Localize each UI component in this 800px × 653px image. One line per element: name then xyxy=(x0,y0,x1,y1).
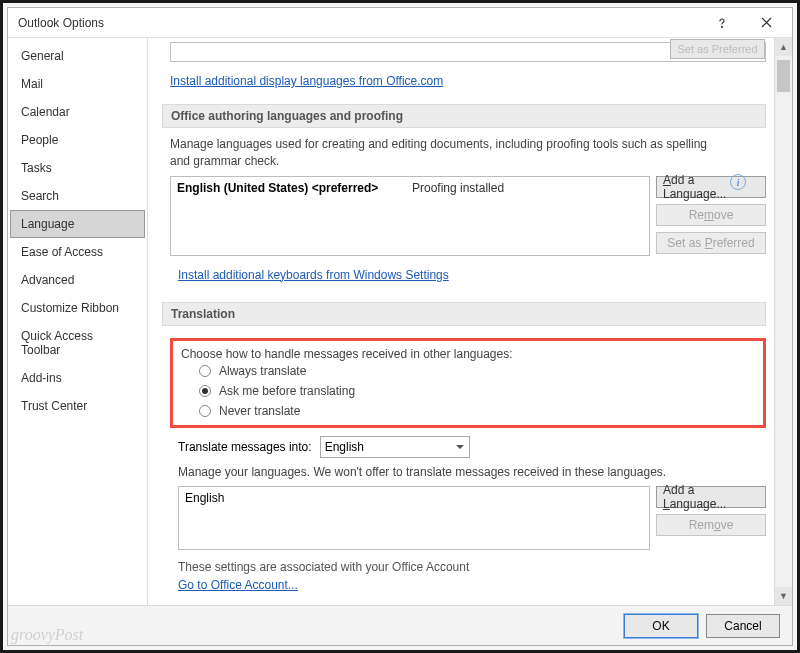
translation-options-highlight: Choose how to handle messages received i… xyxy=(170,338,766,428)
go-to-office-account-link[interactable]: Go to Office Account... xyxy=(178,578,298,592)
install-keyboards-link[interactable]: Install additional keyboards from Window… xyxy=(178,268,449,282)
sidebar-item-calendar[interactable]: Calendar xyxy=(10,98,145,126)
add-language-button[interactable]: Add a Language... xyxy=(656,176,766,198)
scroll-thumb[interactable] xyxy=(777,60,790,92)
options-dialog: Outlook Options General Mail Calendar Pe… xyxy=(7,7,793,646)
install-display-lang-link[interactable]: Install additional display languages fro… xyxy=(170,74,443,88)
sidebar-item-addins[interactable]: Add-ins xyxy=(10,364,145,392)
close-button[interactable] xyxy=(744,9,788,37)
radio-label: Ask me before translating xyxy=(219,384,355,398)
radio-icon xyxy=(199,405,211,417)
sidebar-item-general[interactable]: General xyxy=(10,42,145,70)
translation-choose-label: Choose how to handle messages received i… xyxy=(181,347,755,361)
remove-language-button: Remove xyxy=(656,204,766,226)
sidebar-item-advanced[interactable]: Advanced xyxy=(10,266,145,294)
radio-always-translate[interactable]: Always translate xyxy=(181,361,755,381)
ok-button[interactable]: OK xyxy=(624,614,698,638)
radio-ask-before[interactable]: Ask me before translating xyxy=(181,381,755,401)
sidebar-item-customize-ribbon[interactable]: Customize Ribbon xyxy=(10,294,145,322)
translation-footer-text: These settings are associated with your … xyxy=(178,560,766,574)
svg-point-0 xyxy=(721,26,722,27)
authoring-section-heading: Office authoring languages and proofing xyxy=(162,104,766,128)
translate-into-label: Translate messages into: xyxy=(178,440,312,454)
set-as-preferred-button-top: Set as Preferred xyxy=(670,39,765,59)
radio-never-translate[interactable]: Never translate xyxy=(181,401,755,421)
radio-icon xyxy=(199,365,211,377)
sidebar-item-ease-of-access[interactable]: Ease of Access xyxy=(10,238,145,266)
manage-languages-label: Manage your languages. We won't offer to… xyxy=(178,464,766,481)
translation-section-heading: Translation xyxy=(162,302,766,326)
scroll-down-arrow[interactable]: ▼ xyxy=(775,587,792,605)
sidebar-item-quick-access[interactable]: Quick Access Toolbar xyxy=(10,322,145,364)
titlebar: Outlook Options xyxy=(8,8,792,38)
add-translation-language-button[interactable]: Add a Language... xyxy=(656,486,766,508)
sidebar-item-search[interactable]: Search xyxy=(10,182,145,210)
info-icon[interactable]: i xyxy=(730,174,746,190)
translate-into-combo[interactable]: English xyxy=(320,436,470,458)
radio-icon xyxy=(199,385,211,397)
cancel-button[interactable]: Cancel xyxy=(706,614,780,638)
sidebar: General Mail Calendar People Tasks Searc… xyxy=(8,38,148,605)
language-name: English (United States) <preferred> xyxy=(177,181,412,195)
list-item[interactable]: English (United States) <preferred> Proo… xyxy=(177,181,643,195)
sidebar-item-people[interactable]: People xyxy=(10,126,145,154)
sidebar-item-language[interactable]: Language xyxy=(10,210,145,238)
sidebar-item-tasks[interactable]: Tasks xyxy=(10,154,145,182)
sidebar-item-trust-center[interactable]: Trust Center xyxy=(10,392,145,420)
help-button[interactable] xyxy=(700,9,744,37)
radio-label: Always translate xyxy=(219,364,306,378)
radio-label: Never translate xyxy=(219,404,300,418)
remove-translation-language-button: Remove xyxy=(656,514,766,536)
excluded-languages-listbox[interactable]: English xyxy=(178,486,650,550)
scroll-up-arrow[interactable]: ▲ xyxy=(775,38,792,56)
authoring-languages-listbox[interactable]: English (United States) <preferred> Proo… xyxy=(170,176,650,256)
sidebar-item-mail[interactable]: Mail xyxy=(10,70,145,98)
content-pane: Set as Preferred Install additional disp… xyxy=(148,38,774,605)
vertical-scrollbar[interactable]: ▲ ▼ xyxy=(774,38,792,605)
authoring-desc: Manage languages used for creating and e… xyxy=(170,136,766,170)
display-language-listbox[interactable]: Set as Preferred xyxy=(170,42,766,62)
list-item[interactable]: English xyxy=(185,491,643,505)
dialog-footer: OK Cancel xyxy=(8,605,792,645)
combo-value: English xyxy=(325,440,364,454)
dialog-title: Outlook Options xyxy=(18,16,700,30)
proofing-status: Proofing installed xyxy=(412,181,504,195)
set-preferred-button: Set as Preferred xyxy=(656,232,766,254)
